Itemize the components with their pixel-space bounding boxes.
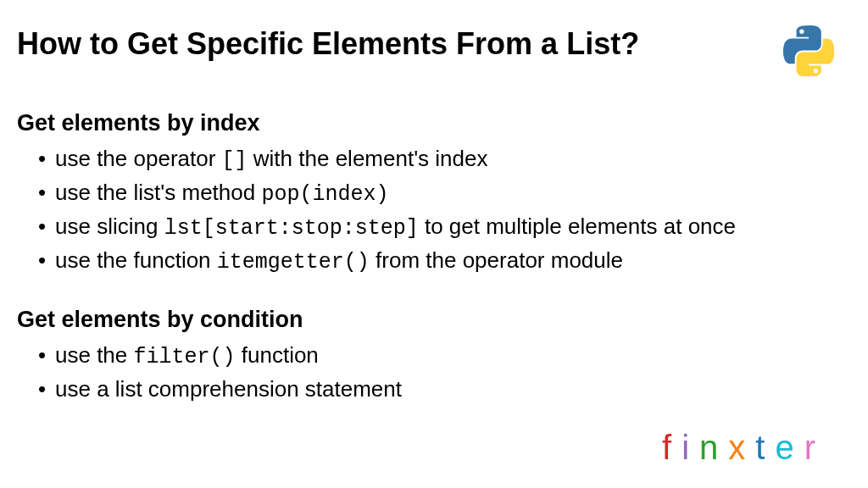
logo-letter: i (682, 429, 699, 466)
list-item: use the filter() function (55, 340, 851, 372)
section-by-condition: Get elements by condition use the filter… (17, 307, 851, 404)
list-item: use a list comprehension statement (55, 374, 851, 404)
logo-letter: x (728, 429, 755, 466)
section-heading: Get elements by index (17, 110, 851, 136)
code-snippet: pop(index) (261, 182, 388, 207)
section-by-index: Get elements by index use the operator [… (17, 110, 851, 277)
bullet-list: use the filter() function use a list com… (17, 340, 851, 404)
code-snippet: lst[start:stop:step] (164, 216, 419, 241)
code-snippet: [] (222, 148, 248, 173)
finxter-logo: finxter (662, 429, 826, 467)
text: from the operator module (370, 247, 623, 273)
text: use the function (55, 247, 217, 273)
text: function (236, 342, 319, 368)
code-snippet: filter() (134, 345, 236, 369)
bullet-list: use the operator [] with the element's i… (17, 143, 851, 277)
content: Get elements by index use the operator [… (17, 110, 851, 404)
text: use a list comprehension statement (55, 376, 402, 402)
text: use the (55, 342, 134, 368)
header: How to Get Specific Elements From a List… (17, 25, 851, 76)
page-title: How to Get Specific Elements From a List… (17, 25, 639, 62)
code-snippet: itemgetter() (217, 250, 370, 274)
section-heading: Get elements by condition (17, 307, 851, 333)
logo-letter: r (804, 429, 826, 466)
list-item: use the function itemgetter() from the o… (55, 245, 851, 277)
list-item: use the operator [] with the element's i… (55, 143, 851, 175)
text: with the element's index (248, 146, 488, 171)
logo-letter: n (699, 429, 728, 466)
text: use the operator (55, 146, 222, 171)
text: use the list's method (55, 180, 261, 205)
python-logo-icon (783, 25, 834, 76)
list-item: use slicing lst[start:stop:step] to get … (55, 211, 851, 243)
text: use slicing (55, 214, 164, 239)
text: to get multiple elements at once (419, 214, 736, 239)
logo-letter: f (662, 429, 682, 466)
list-item: use the list's method pop(index) (55, 177, 851, 209)
logo-letter: e (775, 429, 804, 466)
logo-letter: t (755, 429, 775, 466)
